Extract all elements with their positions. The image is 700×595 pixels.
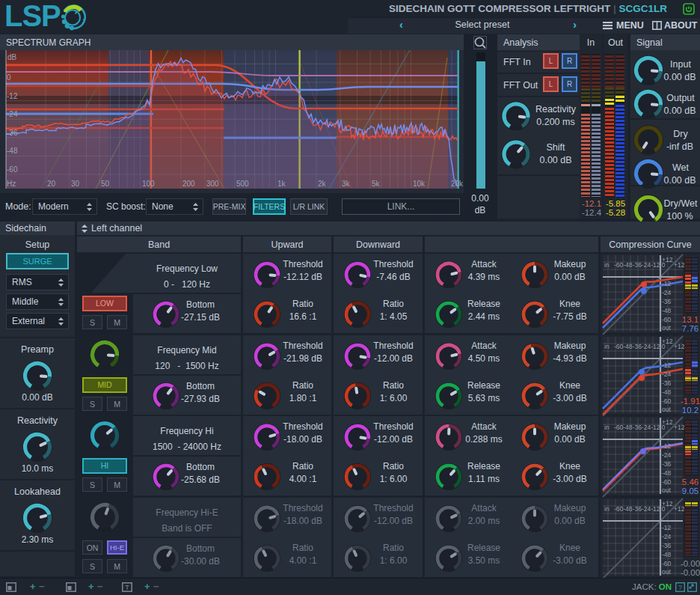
svg-text:+12: +12 — [662, 418, 673, 426]
svg-text:500: 500 — [236, 180, 249, 188]
svg-text:-12: -12 — [662, 524, 672, 531]
svg-text:-24: -24 — [662, 533, 672, 540]
svg-text:-12: -12 — [662, 280, 672, 287]
svg-text:-24: -24 — [662, 370, 672, 378]
svg-text:-60: -60 — [662, 478, 672, 486]
svg-text:-12: -12 — [662, 361, 672, 369]
svg-text:-24: -24 — [662, 289, 672, 296]
svg-text:out: out — [662, 486, 671, 494]
svg-text:out: out — [662, 324, 671, 332]
svg-text:-48: -48 — [662, 551, 672, 558]
svg-text:-60-48-36-24-12 0: -60-48-36-24-12 0 — [614, 505, 666, 513]
svg-text:-36: -36 — [662, 542, 672, 549]
svg-text:1k: 1k — [277, 180, 286, 188]
svg-text:-12: -12 — [662, 442, 672, 450]
svg-text:+12: +12 — [662, 338, 673, 345]
svg-text:0: 0 — [7, 73, 11, 82]
svg-text:-60-48-36-24-12 0: -60-48-36-24-12 0 — [614, 343, 666, 350]
svg-text:-48: -48 — [662, 307, 672, 314]
svg-text:300: 300 — [206, 180, 219, 188]
svg-text:100: 100 — [142, 180, 155, 188]
svg-text:in: in — [604, 424, 610, 431]
svg-text:-48: -48 — [7, 147, 18, 155]
svg-text:20: 20 — [47, 180, 56, 188]
svg-text:2k: 2k — [318, 180, 327, 188]
svg-text:-24: -24 — [7, 110, 18, 118]
svg-text:+12: +12 — [662, 256, 673, 263]
svg-text:-60: -60 — [662, 397, 672, 405]
svg-text:+12: +12 — [674, 343, 685, 350]
svg-text:Hz: Hz — [7, 180, 16, 188]
svg-text:+12: +12 — [674, 505, 685, 513]
svg-text:-24: -24 — [662, 451, 672, 459]
svg-text:+12: +12 — [674, 424, 685, 431]
svg-text:5k: 5k — [372, 180, 381, 188]
svg-text:-48: -48 — [662, 388, 672, 396]
svg-text:out: out — [662, 568, 671, 576]
svg-text:-60: -60 — [7, 165, 18, 174]
svg-text:20k: 20k — [451, 180, 464, 188]
svg-text:+12: +12 — [662, 500, 673, 507]
svg-text:in: in — [604, 505, 610, 513]
svg-text:-60: -60 — [662, 560, 672, 567]
svg-text:-60-48-36-24-12 0: -60-48-36-24-12 0 — [614, 261, 666, 269]
svg-text:in: in — [604, 343, 610, 350]
svg-text:3k: 3k — [342, 180, 351, 188]
svg-text:in: in — [604, 261, 610, 269]
svg-text:?: ? — [678, 584, 682, 591]
svg-text:-60: -60 — [662, 316, 672, 323]
svg-text:30: 30 — [71, 180, 80, 188]
svg-text:-36: -36 — [662, 298, 672, 305]
svg-text:-36: -36 — [7, 129, 18, 137]
svg-text:-36: -36 — [662, 460, 672, 468]
svg-text:T: T — [125, 584, 129, 591]
svg-text:+12: +12 — [674, 261, 685, 269]
svg-text:10k: 10k — [413, 180, 426, 188]
svg-text:-12: -12 — [7, 92, 18, 100]
svg-text:out: out — [662, 406, 671, 413]
svg-text:-48: -48 — [662, 469, 672, 477]
svg-text:dB: dB — [7, 53, 17, 61]
svg-text:-60-48-36-24-12 0: -60-48-36-24-12 0 — [614, 424, 666, 431]
svg-text:50: 50 — [101, 180, 110, 188]
svg-text:200: 200 — [182, 180, 195, 188]
svg-text:-36: -36 — [662, 379, 672, 387]
